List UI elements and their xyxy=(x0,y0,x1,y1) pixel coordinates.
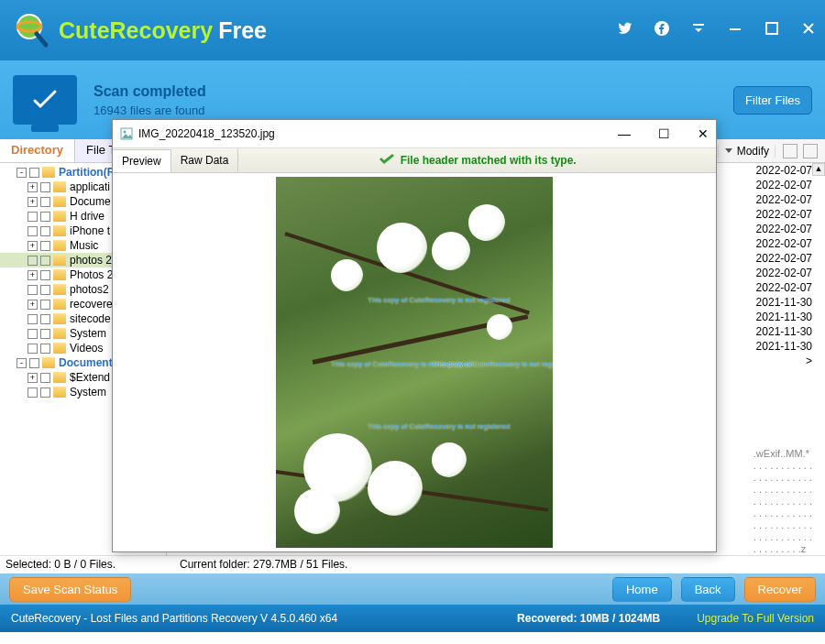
folder-icon xyxy=(53,269,66,280)
dialog-titlebar[interactable]: IMG_20220418_123520.jpg — ☐ ✕ xyxy=(113,120,716,147)
current-folder-status: Current folder: 279.7MB / 51 Files. xyxy=(180,558,347,572)
twitter-icon[interactable] xyxy=(618,21,632,39)
monitor-icon xyxy=(13,75,77,125)
check-icon xyxy=(379,154,395,167)
view-large-icon[interactable] xyxy=(783,144,798,158)
folder-icon xyxy=(53,313,66,324)
tab-directory[interactable]: Directory xyxy=(0,139,75,162)
tree-checkbox[interactable] xyxy=(40,344,50,354)
folder-icon xyxy=(53,284,66,295)
preview-filename: IMG_20220418_123520.jpg xyxy=(138,127,275,140)
dropdown-icon[interactable] xyxy=(691,21,706,39)
tree-label: System xyxy=(70,327,106,340)
file-date: 2022-02-07 xyxy=(756,178,812,192)
preview-tab[interactable]: Preview xyxy=(113,149,171,172)
tree-checkbox[interactable] xyxy=(40,256,50,266)
scroll-right-icon[interactable]: > xyxy=(756,354,812,368)
folder-icon xyxy=(53,372,66,383)
dlg-maximize-icon[interactable]: ☐ xyxy=(658,126,670,141)
tree-expand-icon[interactable]: + xyxy=(28,241,38,251)
folder-icon xyxy=(53,328,66,339)
tree-label: $Extend xyxy=(70,371,110,384)
raw-data-tab[interactable]: Raw Data xyxy=(171,149,239,171)
tree-checkbox[interactable] xyxy=(40,241,50,251)
tree-expand-icon[interactable]: + xyxy=(28,373,38,383)
tree-expand-icon[interactable] xyxy=(28,329,38,339)
file-date: 2022-02-07 xyxy=(756,192,812,207)
folder-icon xyxy=(53,299,66,310)
folder-icon xyxy=(53,343,66,354)
recover-button[interactable]: Recover xyxy=(744,577,816,602)
svg-rect-6 xyxy=(766,23,777,34)
tree-checkbox[interactable] xyxy=(40,373,50,383)
tree-expand-icon[interactable] xyxy=(28,212,38,222)
view-list-icon[interactable] xyxy=(803,144,818,158)
svg-rect-4 xyxy=(693,24,704,26)
home-button[interactable]: Home xyxy=(612,577,672,602)
file-date: 2021-11-30 xyxy=(756,295,812,310)
file-date: 2021-11-30 xyxy=(756,324,812,339)
tree-expand-icon[interactable] xyxy=(28,387,38,398)
folder-icon xyxy=(53,225,66,236)
tree-checkbox[interactable] xyxy=(40,270,50,280)
folder-icon xyxy=(53,387,66,398)
tree-checkbox[interactable] xyxy=(40,226,50,236)
tree-expand-icon[interactable] xyxy=(28,285,38,295)
facebook-icon[interactable] xyxy=(654,21,669,39)
filter-files-button[interactable]: Filter Files xyxy=(733,86,812,115)
dlg-minimize-icon[interactable]: — xyxy=(618,126,631,141)
col-modify[interactable]: Modify xyxy=(719,145,776,158)
dlg-close-icon[interactable]: ✕ xyxy=(698,126,709,141)
tree-expand-icon[interactable] xyxy=(28,344,38,354)
file-date: 2022-02-07 xyxy=(756,280,812,295)
hex-preview: .wExif..MM.*. . . . . . . . . . .. . . .… xyxy=(754,448,812,555)
tree-checkbox[interactable] xyxy=(40,182,50,192)
tree-expand-icon[interactable]: - xyxy=(16,168,27,178)
tree-expand-icon[interactable]: + xyxy=(28,182,38,192)
minimize-icon[interactable] xyxy=(728,21,742,39)
tree-checkbox[interactable] xyxy=(29,358,39,368)
tree-expand-icon[interactable]: + xyxy=(28,197,38,207)
button-row: Save Scan Status Home Back Recover xyxy=(0,573,825,605)
tree-label: Docume xyxy=(70,195,111,208)
tree-checkbox[interactable] xyxy=(29,168,39,178)
upgrade-link[interactable]: Upgrade To Full Version xyxy=(697,612,814,625)
save-scan-button[interactable]: Save Scan Status xyxy=(9,577,131,602)
close-icon[interactable] xyxy=(801,21,816,39)
tree-checkbox[interactable] xyxy=(40,212,50,222)
image-file-icon xyxy=(120,127,133,140)
tree-label: photos2 xyxy=(70,283,109,296)
file-date: 2022-02-07 xyxy=(756,163,812,178)
app-title: CuteRecoveryFree xyxy=(59,17,267,44)
tree-expand-icon[interactable]: + xyxy=(28,270,38,280)
scroll-up-icon[interactable]: ▲ xyxy=(812,163,825,176)
file-date: 2022-02-07 xyxy=(756,207,812,222)
file-date: 2021-11-30 xyxy=(756,339,812,354)
maximize-icon[interactable] xyxy=(764,21,779,39)
file-date: 2022-02-07 xyxy=(756,236,812,251)
version-label: CuteRecovery - Lost Files and Partitions… xyxy=(11,612,337,625)
tree-label: photos 2 xyxy=(70,254,112,267)
tree-expand-icon[interactable] xyxy=(28,226,38,236)
tree-expand-icon[interactable]: + xyxy=(28,300,38,310)
app-logo xyxy=(9,10,50,50)
tree-label: H drive xyxy=(70,210,104,223)
tree-checkbox[interactable] xyxy=(40,314,50,324)
tree-checkbox[interactable] xyxy=(40,300,50,310)
preview-image: This copy of CuteRecovery is not registe… xyxy=(276,177,553,548)
tree-checkbox[interactable] xyxy=(40,197,50,207)
tree-expand-icon[interactable] xyxy=(28,256,38,266)
tree-expand-icon[interactable] xyxy=(28,314,38,324)
tree-label: Partition(R xyxy=(59,166,115,179)
tree-checkbox[interactable] xyxy=(40,329,50,339)
back-button[interactable]: Back xyxy=(681,577,735,602)
tree-checkbox[interactable] xyxy=(40,387,50,398)
preview-body: This copy of CuteRecovery is not registe… xyxy=(113,173,716,551)
preview-dialog: IMG_20220418_123520.jpg — ☐ ✕ Preview Ra… xyxy=(112,119,717,552)
folder-icon xyxy=(42,167,55,178)
tree-checkbox[interactable] xyxy=(40,285,50,295)
sort-icon xyxy=(724,146,733,155)
selected-status: Selected: 0 B / 0 Files. xyxy=(6,558,180,572)
tree-expand-icon[interactable]: - xyxy=(16,358,27,368)
file-date: 2022-02-07 xyxy=(756,266,812,280)
